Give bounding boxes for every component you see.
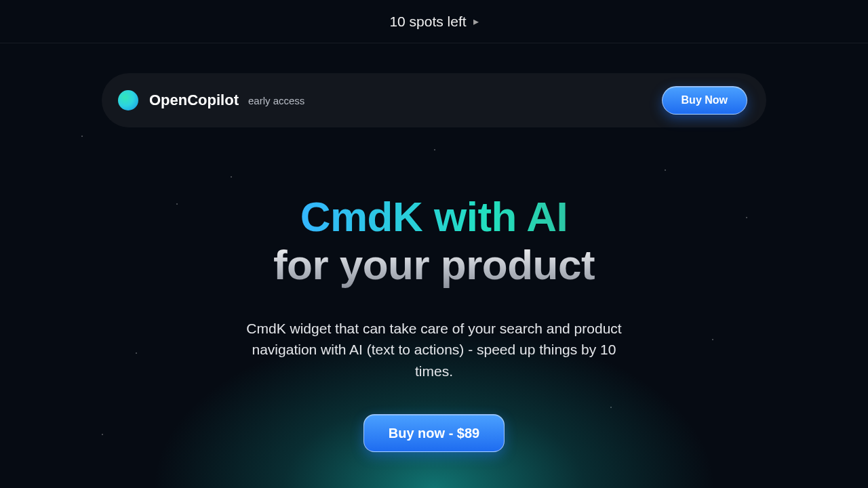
announcement-bar[interactable]: 10 spots left ▸	[0, 0, 868, 43]
headline-line-2: for your product	[273, 241, 595, 289]
headline-line-1: CmdK with AI	[300, 193, 568, 240]
arrow-right-icon: ▸	[473, 15, 479, 28]
buy-now-cta-button[interactable]: Buy now - $89	[363, 414, 505, 452]
brand-name: OpenCopilot	[149, 92, 239, 109]
buy-now-button[interactable]: Buy Now	[662, 86, 747, 115]
subheadline: CmdK widget that can take care of your s…	[244, 318, 624, 382]
navbar: OpenCopilot early access Buy Now	[102, 73, 766, 127]
announcement-text: 10 spots left	[389, 14, 466, 30]
headline: CmdK with AI for your product	[0, 192, 868, 289]
logo-icon	[118, 90, 138, 110]
early-access-badge: early access	[248, 95, 304, 106]
hero-section: CmdK with AI for your product CmdK widge…	[0, 192, 868, 452]
cta-container: Buy now - $89	[0, 414, 868, 452]
